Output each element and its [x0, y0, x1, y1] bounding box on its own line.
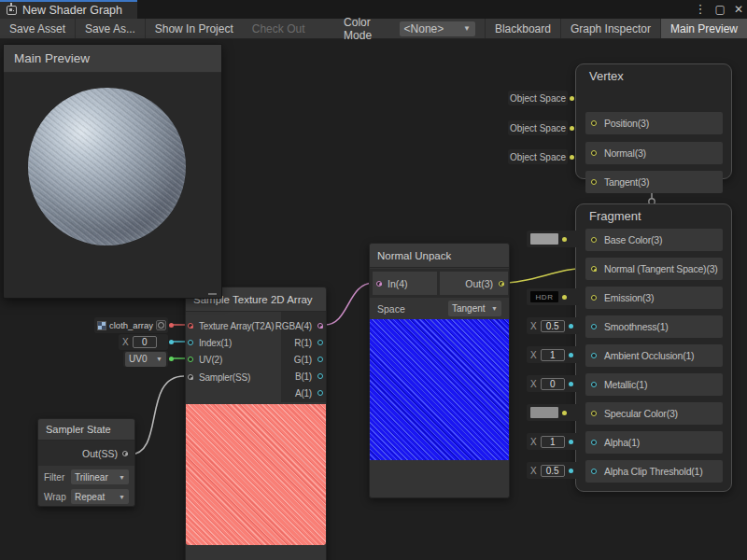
port-smoothness[interactable] [591, 324, 597, 329]
sample-texture-2d-array-node[interactable]: Sample Texture 2D Array Texture Array(T2… [185, 287, 327, 560]
window-controls: ⋮ ▢ ✕ [695, 0, 743, 19]
color-swatch[interactable] [530, 233, 558, 245]
main-preview-header[interactable]: Main Preview [4, 45, 221, 73]
output-r: R(1) [294, 334, 323, 351]
specular-color-widget[interactable] [527, 404, 579, 421]
port-base-color[interactable] [591, 237, 597, 243]
uv-dropdown[interactable]: UV0 ▼ [125, 352, 166, 367]
space-dropdown[interactable]: Tangent ▼ [448, 301, 501, 316]
port-uv[interactable] [188, 357, 193, 362]
port-label: G(1) [294, 355, 312, 365]
port-label: Out(3) [465, 278, 493, 289]
port-a[interactable] [317, 390, 323, 396]
port-out[interactable] [499, 281, 504, 287]
cloth-array-field[interactable]: cloth_array [94, 317, 168, 333]
output-g: G(1) [294, 351, 323, 368]
value-field[interactable]: 0.5 [541, 320, 565, 332]
value-field[interactable]: 0.5 [541, 465, 565, 477]
filter-dropdown[interactable]: Trilinear ▼ [71, 469, 129, 484]
out-row: Out(SS) [38, 441, 134, 466]
pill-label: Object Space [510, 152, 566, 162]
wrap-label: Wrap [44, 492, 66, 502]
port-in[interactable] [376, 281, 382, 287]
object-space-pill[interactable]: Object Space [508, 120, 568, 135]
port-rgba[interactable] [317, 323, 323, 329]
value-field[interactable]: 0 [133, 336, 157, 348]
color-swatch[interactable] [530, 407, 558, 418]
value-field[interactable]: 0 [541, 378, 565, 390]
index-widget[interactable]: X 0 [119, 334, 168, 350]
color-mode-dropdown[interactable]: <None> ▼ [400, 21, 475, 36]
color-mode-label: Color Mode [334, 19, 399, 38]
connector-dot [169, 357, 174, 361]
wire-rgba-to-in[interactable] [325, 283, 374, 325]
object-space-pill[interactable]: Object Space [508, 91, 568, 105]
graph-canvas[interactable]: Vertex Position(3) Normal(3) Tangent(3) … [0, 39, 747, 560]
toolbar-right-group: Blackboard Graph Inspector Main Preview [485, 19, 747, 38]
port-out-ss[interactable] [122, 451, 128, 456]
fragment-node[interactable]: Fragment Base Color(3) Normal (Tangent S… [575, 203, 732, 492]
main-preview-panel[interactable]: Main Preview [3, 44, 222, 299]
port-emission[interactable] [591, 295, 597, 301]
chevron-down-icon: ▼ [119, 474, 125, 481]
check-out-button: Check Out [243, 19, 315, 38]
save-as-button[interactable]: Save As... [76, 19, 145, 38]
port-label: Index(1) [199, 338, 232, 348]
object-space-pill[interactable]: Object Space [508, 149, 568, 164]
base-color-widget[interactable] [527, 231, 579, 247]
show-in-project-button[interactable]: Show In Project [146, 19, 243, 38]
emission-widget[interactable]: HDR [527, 288, 579, 305]
wire-samplerstate-to-sampler[interactable] [130, 376, 184, 455]
chevron-down-icon: ▼ [119, 494, 125, 500]
chevron-down-icon: ▼ [491, 305, 498, 312]
panel-resize-handle[interactable] [208, 293, 217, 295]
toolbar-spacer [314, 19, 334, 38]
port-alpha[interactable] [591, 440, 597, 445]
port-ambient-occlusion[interactable] [591, 353, 597, 358]
main-preview-toggle-button[interactable]: Main Preview [661, 19, 747, 38]
port-label: R(1) [294, 338, 312, 348]
port-texture-array[interactable] [188, 323, 193, 329]
object-picker-icon[interactable] [156, 320, 166, 330]
port-label: Position(3) [604, 118, 649, 129]
vertex-node[interactable]: Vertex Position(3) Normal(3) Tangent(3) [575, 63, 732, 179]
tab-new-shader-graph[interactable]: New Shader Graph [0, 0, 137, 19]
ambient-occlusion-widget[interactable]: X 1 [527, 346, 579, 363]
fragment-row-ambient-occlusion: Ambient Occlusion(1) [585, 344, 723, 367]
port-index[interactable] [188, 340, 193, 345]
alpha-clip-widget[interactable]: X 0.5 [527, 462, 579, 479]
save-asset-button[interactable]: Save Asset [0, 19, 75, 38]
fragment-row-alpha: Alpha(1) [585, 431, 723, 454]
sampler-state-node[interactable]: Sampler State Out(SS) Filter Trilinear ▼… [37, 418, 135, 507]
port-label: Alpha(1) [604, 437, 640, 448]
connector-dot [169, 323, 174, 328]
port-b[interactable] [317, 373, 323, 379]
hdr-color-swatch[interactable]: HDR [530, 291, 558, 302]
window-menu-icon[interactable]: ⋮ [695, 0, 707, 19]
port-g[interactable] [317, 357, 323, 362]
x-label: X [122, 337, 129, 347]
value-field[interactable]: 1 [541, 349, 565, 361]
port-specular-color[interactable] [591, 411, 597, 416]
port-metallic[interactable] [591, 382, 597, 387]
port-label: UV(2) [199, 355, 222, 365]
close-icon[interactable]: ✕ [734, 0, 743, 19]
normal-unpack-node[interactable]: Normal Unpack In(4) Out(3) Space Tangent… [369, 243, 510, 498]
metallic-widget[interactable]: X 0 [527, 375, 579, 392]
alpha-widget[interactable]: X 1 [527, 433, 579, 450]
port-sampler[interactable] [188, 374, 193, 380]
port-normal[interactable] [591, 150, 597, 156]
uv-channel-widget[interactable]: UV0 ▼ [123, 351, 168, 367]
port-r[interactable] [317, 340, 323, 345]
maximize-icon[interactable]: ▢ [715, 0, 726, 19]
blackboard-toggle-button[interactable]: Blackboard [486, 19, 560, 38]
port-alpha-clip-threshold[interactable] [591, 469, 597, 474]
smoothness-widget[interactable]: X 0.5 [527, 317, 579, 334]
graph-inspector-toggle-button[interactable]: Graph Inspector [561, 19, 660, 38]
value-field[interactable]: 1 [541, 436, 565, 448]
port-normal-tangent-space[interactable] [591, 266, 597, 272]
connector-dot [570, 96, 574, 101]
wrap-dropdown[interactable]: Repeat ▼ [71, 489, 129, 504]
port-position[interactable] [591, 120, 597, 126]
port-tangent[interactable] [591, 179, 597, 185]
